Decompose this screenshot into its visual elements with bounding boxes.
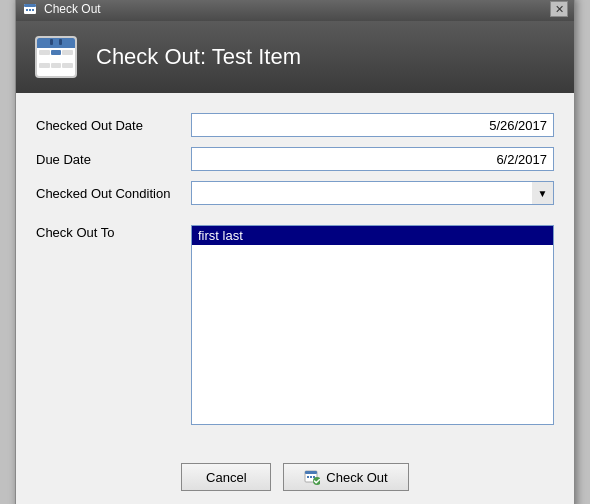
checked-out-condition-label: Checked Out Condition	[36, 186, 191, 201]
due-date-input[interactable]	[191, 147, 554, 171]
checked-out-date-label: Checked Out Date	[36, 118, 191, 133]
cancel-label: Cancel	[206, 470, 246, 485]
calendar-body	[37, 48, 75, 76]
cal-cell	[39, 63, 50, 68]
due-date-label: Due Date	[36, 152, 191, 167]
checked-out-date-row: Checked Out Date	[36, 113, 554, 137]
svg-rect-4	[32, 9, 34, 11]
button-row: Cancel Check Out	[16, 451, 574, 504]
svg-rect-1	[24, 4, 36, 7]
header-bar: Check Out: Test Item	[16, 21, 574, 93]
cal-cell	[51, 63, 62, 68]
title-bar: Check Out ✕	[16, 0, 574, 21]
cal-cell	[62, 63, 73, 68]
checkout-to-selected-item[interactable]: first last	[192, 226, 553, 245]
header-icon	[32, 33, 80, 81]
svg-rect-8	[310, 476, 312, 478]
title-bar-left: Check Out	[22, 1, 101, 17]
checkout-label: Check Out	[326, 470, 387, 485]
spacer	[36, 215, 554, 225]
cal-cell	[62, 50, 73, 55]
condition-select[interactable]: Good Fair Poor	[191, 181, 554, 205]
checkout-button[interactable]: Check Out	[283, 463, 408, 491]
checkout-to-list[interactable]: first last	[191, 225, 554, 425]
calendar-icon	[35, 36, 77, 78]
cancel-button[interactable]: Cancel	[181, 463, 271, 491]
window-icon	[22, 1, 38, 17]
due-date-row: Due Date	[36, 147, 554, 171]
title-bar-text: Check Out	[44, 2, 101, 16]
condition-dropdown-wrapper: Good Fair Poor ▼	[191, 181, 554, 205]
cal-cell-today	[51, 50, 62, 55]
svg-rect-6	[305, 471, 317, 474]
cal-cell	[39, 50, 50, 55]
close-button[interactable]: ✕	[550, 1, 568, 17]
calendar-top	[37, 38, 75, 48]
checked-out-condition-row: Checked Out Condition Good Fair Poor ▼	[36, 181, 554, 205]
close-icon: ✕	[555, 3, 564, 16]
calendar-pin-left	[50, 39, 53, 45]
check-out-to-row: Check Out To first last	[36, 225, 554, 425]
check-out-to-label: Check Out To	[36, 225, 191, 240]
svg-rect-2	[26, 9, 28, 11]
calendar-pin-right	[59, 39, 62, 45]
checkout-button-icon	[304, 469, 320, 485]
checked-out-date-input[interactable]	[191, 113, 554, 137]
svg-rect-9	[313, 476, 315, 478]
svg-rect-7	[307, 476, 309, 478]
svg-rect-3	[29, 9, 31, 11]
header-title: Check Out: Test Item	[96, 44, 301, 70]
check-out-window: Check Out ✕ Check	[15, 0, 575, 504]
form-content: Checked Out Date Due Date Checked Out Co…	[16, 93, 574, 451]
